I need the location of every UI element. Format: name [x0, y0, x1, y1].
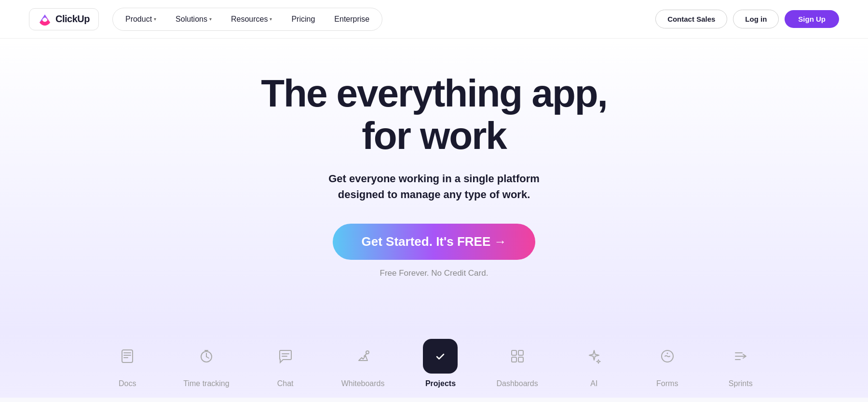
chevron-down-icon: ▾ — [270, 16, 272, 22]
get-started-button[interactable]: Get Started. It's FREE → — [333, 224, 536, 260]
tab-label-sprints: Sprints — [729, 379, 753, 388]
tab-icon-wrapper-whiteboards — [346, 339, 380, 374]
dashboards-icon — [509, 348, 526, 364]
logo-text: ClickUp — [55, 13, 90, 25]
signup-button[interactable]: Sign Up — [785, 10, 839, 28]
tab-label-docs: Docs — [119, 379, 136, 388]
tab-icon-wrapper-projects — [423, 339, 458, 374]
tab-label-forms: Forms — [656, 379, 678, 388]
tab-icon-wrapper-ai — [577, 339, 611, 374]
hero-subtitle: Get everyone working in a single platfor… — [328, 171, 540, 202]
hero-title: The everything app, for work — [261, 72, 607, 157]
svg-rect-11 — [434, 350, 446, 362]
forms-icon — [659, 348, 676, 364]
projects-icon — [432, 348, 448, 364]
nav-item-solutions[interactable]: Solutions ▾ — [167, 11, 220, 27]
tab-icon-wrapper-docs — [110, 339, 145, 374]
tab-label-projects: Projects — [425, 379, 456, 388]
tab-chat[interactable]: Chat — [249, 331, 322, 398]
tab-label-chat: Chat — [277, 379, 294, 388]
chat-icon — [277, 348, 294, 364]
docs-icon — [119, 348, 136, 364]
nav-item-enterprise[interactable]: Enterprise — [326, 11, 378, 27]
navbar: ClickUp Product ▾ Solutions ▾ Resources … — [0, 0, 868, 39]
sprints-icon — [732, 348, 749, 364]
tab-icon-wrapper-forms — [650, 339, 685, 374]
tab-label-ai: AI — [590, 379, 597, 388]
navbar-right: Contact Sales Log in Sign Up — [655, 10, 839, 28]
svg-rect-15 — [518, 357, 523, 362]
tab-docs[interactable]: Docs — [91, 331, 164, 398]
whiteboards-icon — [355, 348, 371, 364]
nav-item-resources[interactable]: Resources ▾ — [222, 11, 281, 27]
chevron-down-icon: ▾ — [154, 16, 156, 22]
chevron-down-icon: ▾ — [209, 16, 212, 22]
svg-point-17 — [666, 353, 668, 354]
tab-label-dashboards: Dashboards — [496, 379, 538, 388]
svg-rect-0 — [122, 350, 133, 362]
tab-icon-wrapper-time — [189, 339, 224, 374]
tab-icon-wrapper-sprints — [723, 339, 758, 374]
clickup-logo-icon — [38, 13, 52, 26]
svg-rect-12 — [512, 350, 516, 355]
nav-item-pricing[interactable]: Pricing — [283, 11, 324, 27]
tab-label-whiteboards: Whiteboards — [341, 379, 385, 388]
svg-rect-13 — [518, 350, 523, 355]
tab-whiteboards[interactable]: Whiteboards — [322, 331, 404, 398]
ai-icon — [586, 348, 602, 364]
svg-line-6 — [206, 357, 209, 358]
tab-label-time: Time tracking — [183, 379, 229, 388]
navbar-left: ClickUp Product ▾ Solutions ▾ Resources … — [29, 8, 382, 31]
tab-forms[interactable]: Forms — [631, 331, 704, 398]
nav-links: Product ▾ Solutions ▾ Resources ▾ Pricin… — [112, 8, 382, 31]
login-button[interactable]: Log in — [733, 10, 779, 28]
tab-projects[interactable]: Projects — [404, 331, 477, 398]
tab-ai[interactable]: AI — [557, 331, 631, 398]
hero-section: The everything app, for work Get everyon… — [0, 39, 868, 331]
tab-time-tracking[interactable]: Time tracking — [164, 331, 248, 398]
logo-button[interactable]: ClickUp — [29, 8, 99, 30]
time-tracking-icon — [198, 348, 215, 364]
free-note: Free Forever. No Credit Card. — [380, 268, 488, 278]
contact-sales-button[interactable]: Contact Sales — [655, 10, 727, 28]
tab-icon-wrapper-dashboards — [500, 339, 535, 374]
tab-sprints[interactable]: Sprints — [704, 331, 777, 398]
tab-icon-wrapper-chat — [268, 339, 303, 374]
nav-item-product[interactable]: Product ▾ — [117, 11, 165, 27]
svg-rect-14 — [512, 357, 516, 362]
feature-tabs: Docs Time tracking Chat — [0, 331, 868, 398]
tab-dashboards[interactable]: Dashboards — [477, 331, 557, 398]
